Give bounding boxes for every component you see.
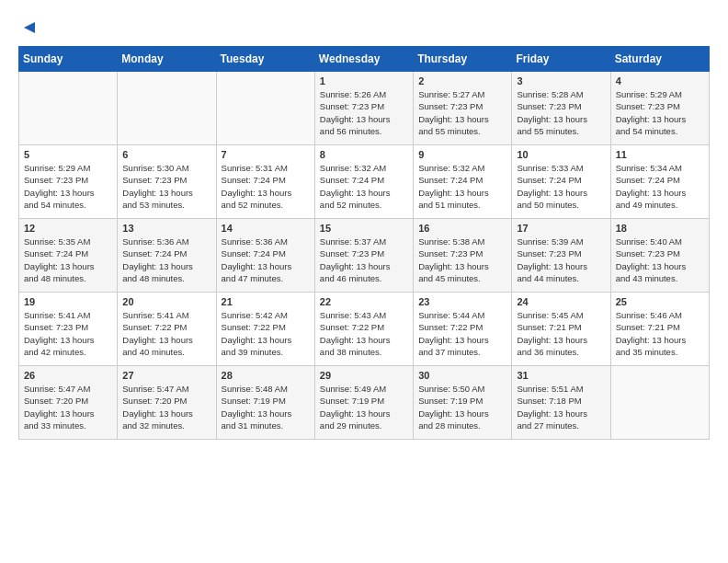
calendar-day-7: 7Sunrise: 5:31 AM Sunset: 7:24 PM Daylig… [216,145,314,219]
day-number: 13 [122,223,210,234]
col-header-thursday: Thursday [414,47,512,72]
svg-marker-0 [24,22,35,33]
calendar-day-5: 5Sunrise: 5:29 AM Sunset: 7:23 PM Daylig… [19,145,118,219]
calendar-day-4: 4Sunrise: 5:29 AM Sunset: 7:23 PM Daylig… [610,72,709,145]
col-header-monday: Monday [118,47,216,72]
logo [18,18,39,37]
calendar-week-0: 1Sunrise: 5:26 AM Sunset: 7:23 PM Daylig… [19,72,710,145]
calendar-empty-cell [19,72,118,145]
day-info: Sunrise: 5:29 AM Sunset: 7:23 PM Dayligh… [24,162,112,211]
day-number: 2 [418,75,506,86]
day-number: 10 [517,149,605,160]
day-info: Sunrise: 5:48 AM Sunset: 7:19 PM Dayligh… [222,383,310,431]
col-header-wednesday: Wednesday [314,47,413,72]
calendar-day-18: 18Sunrise: 5:40 AM Sunset: 7:23 PM Dayli… [610,219,709,293]
day-number: 30 [418,370,506,381]
day-info: Sunrise: 5:34 AM Sunset: 7:24 PM Dayligh… [616,162,704,211]
day-number: 21 [222,296,310,307]
calendar-day-17: 17Sunrise: 5:39 AM Sunset: 7:23 PM Dayli… [512,219,610,293]
day-info: Sunrise: 5:43 AM Sunset: 7:22 PM Dayligh… [320,309,408,358]
day-info: Sunrise: 5:47 AM Sunset: 7:20 PM Dayligh… [24,383,112,431]
calendar-empty-cell [118,72,216,145]
day-info: Sunrise: 5:41 AM Sunset: 7:23 PM Dayligh… [24,309,112,358]
day-number: 11 [616,149,704,160]
calendar-day-10: 10Sunrise: 5:33 AM Sunset: 7:24 PM Dayli… [512,145,610,219]
calendar-day-2: 2Sunrise: 5:27 AM Sunset: 7:23 PM Daylig… [414,72,512,145]
calendar-day-22: 22Sunrise: 5:43 AM Sunset: 7:22 PM Dayli… [314,293,413,366]
day-info: Sunrise: 5:26 AM Sunset: 7:23 PM Dayligh… [320,88,408,137]
calendar-day-3: 3Sunrise: 5:28 AM Sunset: 7:23 PM Daylig… [512,72,610,145]
day-info: Sunrise: 5:31 AM Sunset: 7:24 PM Dayligh… [222,162,310,211]
day-number: 1 [320,75,408,86]
calendar-week-2: 12Sunrise: 5:35 AM Sunset: 7:24 PM Dayli… [19,219,710,293]
col-header-sunday: Sunday [19,47,118,72]
calendar-day-16: 16Sunrise: 5:38 AM Sunset: 7:23 PM Dayli… [414,219,512,293]
calendar-empty-cell [216,72,314,145]
day-number: 9 [418,149,506,160]
calendar-day-19: 19Sunrise: 5:41 AM Sunset: 7:23 PM Dayli… [19,293,118,366]
calendar-day-15: 15Sunrise: 5:37 AM Sunset: 7:23 PM Dayli… [314,219,413,293]
day-number: 23 [418,296,506,307]
col-header-saturday: Saturday [610,47,709,72]
calendar-day-8: 8Sunrise: 5:32 AM Sunset: 7:24 PM Daylig… [314,145,413,219]
day-info: Sunrise: 5:36 AM Sunset: 7:24 PM Dayligh… [222,236,310,284]
calendar-day-31: 31Sunrise: 5:51 AM Sunset: 7:18 PM Dayli… [512,366,610,440]
calendar-table: SundayMondayTuesdayWednesdayThursdayFrid… [18,46,710,440]
day-info: Sunrise: 5:27 AM Sunset: 7:23 PM Dayligh… [418,88,506,137]
day-info: Sunrise: 5:42 AM Sunset: 7:22 PM Dayligh… [222,309,310,358]
col-header-friday: Friday [512,47,610,72]
header [18,18,710,37]
day-info: Sunrise: 5:32 AM Sunset: 7:24 PM Dayligh… [320,162,408,211]
day-info: Sunrise: 5:28 AM Sunset: 7:23 PM Dayligh… [517,88,605,137]
calendar-day-11: 11Sunrise: 5:34 AM Sunset: 7:24 PM Dayli… [610,145,709,219]
day-info: Sunrise: 5:44 AM Sunset: 7:22 PM Dayligh… [418,309,506,358]
calendar-day-26: 26Sunrise: 5:47 AM Sunset: 7:20 PM Dayli… [19,366,118,440]
calendar-day-1: 1Sunrise: 5:26 AM Sunset: 7:23 PM Daylig… [314,72,413,145]
day-info: Sunrise: 5:37 AM Sunset: 7:23 PM Dayligh… [320,236,408,284]
calendar-header-row: SundayMondayTuesdayWednesdayThursdayFrid… [19,47,710,72]
day-info: Sunrise: 5:35 AM Sunset: 7:24 PM Dayligh… [24,236,112,284]
day-number: 17 [517,223,605,234]
calendar-week-4: 26Sunrise: 5:47 AM Sunset: 7:20 PM Dayli… [19,366,710,440]
calendar-day-29: 29Sunrise: 5:49 AM Sunset: 7:19 PM Dayli… [314,366,413,440]
calendar-day-9: 9Sunrise: 5:32 AM Sunset: 7:24 PM Daylig… [414,145,512,219]
calendar-day-25: 25Sunrise: 5:46 AM Sunset: 7:21 PM Dayli… [610,293,709,366]
calendar-day-27: 27Sunrise: 5:47 AM Sunset: 7:20 PM Dayli… [118,366,216,440]
day-number: 6 [122,149,210,160]
day-number: 12 [24,223,112,234]
calendar-week-1: 5Sunrise: 5:29 AM Sunset: 7:23 PM Daylig… [19,145,710,219]
day-info: Sunrise: 5:45 AM Sunset: 7:21 PM Dayligh… [517,309,605,358]
day-number: 28 [222,370,310,381]
day-info: Sunrise: 5:29 AM Sunset: 7:23 PM Dayligh… [616,88,704,137]
day-number: 5 [24,149,112,160]
day-info: Sunrise: 5:30 AM Sunset: 7:23 PM Dayligh… [122,162,210,211]
day-info: Sunrise: 5:32 AM Sunset: 7:24 PM Dayligh… [418,162,506,211]
calendar-week-3: 19Sunrise: 5:41 AM Sunset: 7:23 PM Dayli… [19,293,710,366]
day-info: Sunrise: 5:41 AM Sunset: 7:22 PM Dayligh… [122,309,210,358]
day-number: 3 [517,75,605,86]
day-info: Sunrise: 5:33 AM Sunset: 7:24 PM Dayligh… [517,162,605,211]
day-number: 20 [122,296,210,307]
day-info: Sunrise: 5:36 AM Sunset: 7:24 PM Dayligh… [122,236,210,284]
day-number: 25 [616,296,704,307]
calendar-day-14: 14Sunrise: 5:36 AM Sunset: 7:24 PM Dayli… [216,219,314,293]
day-info: Sunrise: 5:39 AM Sunset: 7:23 PM Dayligh… [517,236,605,284]
day-info: Sunrise: 5:49 AM Sunset: 7:19 PM Dayligh… [320,383,408,431]
day-number: 27 [122,370,210,381]
page: SundayMondayTuesdayWednesdayThursdayFrid… [0,0,728,449]
col-header-tuesday: Tuesday [216,47,314,72]
day-number: 18 [616,223,704,234]
calendar-day-13: 13Sunrise: 5:36 AM Sunset: 7:24 PM Dayli… [118,219,216,293]
calendar-empty-cell [610,366,709,440]
day-number: 29 [320,370,408,381]
calendar-day-21: 21Sunrise: 5:42 AM Sunset: 7:22 PM Dayli… [216,293,314,366]
day-info: Sunrise: 5:38 AM Sunset: 7:23 PM Dayligh… [418,236,506,284]
day-info: Sunrise: 5:50 AM Sunset: 7:19 PM Dayligh… [418,383,506,431]
day-info: Sunrise: 5:40 AM Sunset: 7:23 PM Dayligh… [616,236,704,284]
calendar-day-12: 12Sunrise: 5:35 AM Sunset: 7:24 PM Dayli… [19,219,118,293]
day-number: 19 [24,296,112,307]
calendar-day-24: 24Sunrise: 5:45 AM Sunset: 7:21 PM Dayli… [512,293,610,366]
calendar-day-30: 30Sunrise: 5:50 AM Sunset: 7:19 PM Dayli… [414,366,512,440]
day-number: 24 [517,296,605,307]
logo-arrow-icon [20,18,39,37]
